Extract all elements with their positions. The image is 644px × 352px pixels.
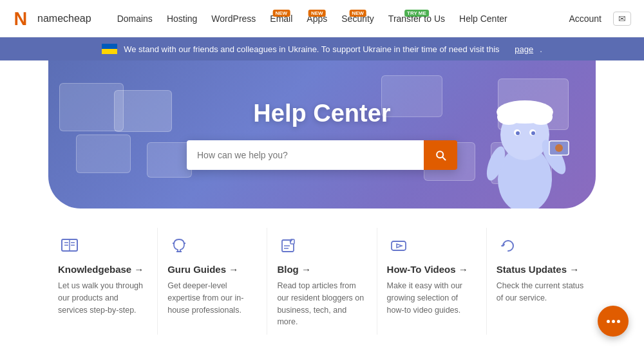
svg-point-4 xyxy=(497,109,520,125)
guru-guides-title: Guru Guides → xyxy=(167,264,257,275)
search-button[interactable] xyxy=(424,140,457,170)
deco-screen-3 xyxy=(114,90,172,132)
gg-icon-svg xyxy=(170,237,188,255)
yeti-svg xyxy=(480,80,570,208)
nav-item-email[interactable]: NEW Email xyxy=(263,10,299,28)
chat-button[interactable] xyxy=(598,306,629,337)
chat-dots xyxy=(607,320,620,323)
su-icon-svg xyxy=(499,237,517,255)
nav-right: Account ✉ xyxy=(562,10,631,28)
nav-label-helpcenter: Help Center xyxy=(459,14,507,24)
deco-screen-4 xyxy=(147,142,192,178)
email-badge: NEW xyxy=(272,10,290,17)
nav-item-transfer[interactable]: TRY ME Transfer to Us xyxy=(382,10,451,28)
yeti-character xyxy=(480,80,570,208)
svg-marker-28 xyxy=(397,244,402,248)
ukraine-banner-link[interactable]: page xyxy=(515,44,533,54)
chat-dot-1 xyxy=(607,320,610,323)
ukraine-flag-icon xyxy=(102,44,117,54)
guru-guides-icon xyxy=(167,234,191,257)
hero-content: Help Center xyxy=(187,100,457,170)
transfer-badge: TRY ME xyxy=(404,10,429,17)
bl-icon-svg xyxy=(279,237,298,255)
chat-dot-2 xyxy=(612,320,615,323)
svg-rect-27 xyxy=(392,241,406,250)
how-to-videos-desc: Make it easy with our growing selection … xyxy=(387,280,477,316)
nav-item-security[interactable]: NEW Security xyxy=(335,10,381,28)
knowledgebase-desc: Let us walk you through our products and… xyxy=(58,280,147,316)
feature-guru-guides[interactable]: Guru Guides → Get deeper-level expertise… xyxy=(158,228,267,335)
nav-item-hosting[interactable]: Hosting xyxy=(160,10,204,28)
search-input[interactable] xyxy=(187,140,424,170)
svg-text:N: N xyxy=(14,8,28,29)
svg-point-5 xyxy=(529,109,553,125)
svg-point-8 xyxy=(516,131,520,135)
hero-title: Help Center xyxy=(187,100,457,127)
nav-item-wordpress[interactable]: WordPress xyxy=(205,10,262,28)
svg-point-13 xyxy=(555,144,563,152)
nav-label-wordpress: WordPress xyxy=(211,14,256,24)
nav-item-helpcenter[interactable]: Help Center xyxy=(453,10,514,28)
deco-screen-2 xyxy=(76,134,131,173)
header: N namecheap Domains Hosting WordPress NE… xyxy=(0,0,644,37)
features-section: Knowledgebase → Let us walk you through … xyxy=(0,208,644,352)
logo-text: namecheap xyxy=(37,13,91,24)
knowledgebase-title: Knowledgebase → xyxy=(58,264,147,275)
feature-status-updates[interactable]: Status Updates → Check the current statu… xyxy=(487,228,596,335)
kb-icon-svg xyxy=(61,237,79,255)
apps-badge: NEW xyxy=(308,10,326,17)
nav-label-domains: Domains xyxy=(117,14,153,24)
namecheap-logo-icon: N xyxy=(13,8,33,29)
how-to-videos-icon xyxy=(387,234,410,257)
main-nav: Domains Hosting WordPress NEW Email NEW … xyxy=(111,10,563,28)
security-badge: NEW xyxy=(349,10,366,17)
hv-icon-svg xyxy=(390,237,408,255)
ukraine-banner-text: We stand with our friends and colleagues… xyxy=(124,44,499,54)
search-icon xyxy=(434,149,447,162)
account-button[interactable]: Account xyxy=(562,10,608,28)
chat-dot-3 xyxy=(617,320,620,323)
how-to-videos-title: How-To Videos → xyxy=(387,264,477,275)
ukraine-banner: We stand with our friends and colleagues… xyxy=(0,37,644,60)
blog-desc: Read top articles from our resident blog… xyxy=(277,280,366,328)
feature-how-to-videos[interactable]: How-To Videos → Make it easy with our gr… xyxy=(377,228,487,335)
nav-item-domains[interactable]: Domains xyxy=(111,10,159,28)
status-updates-desc: Check the current status of our service. xyxy=(497,280,586,304)
search-bar xyxy=(187,140,457,170)
nav-label-hosting: Hosting xyxy=(167,14,197,24)
hero-section: Help Center xyxy=(48,60,596,208)
nav-item-apps[interactable]: NEW Apps xyxy=(300,10,334,28)
feature-knowledgebase[interactable]: Knowledgebase → Let us walk you through … xyxy=(48,228,158,335)
blog-title: Blog → xyxy=(277,264,366,275)
knowledgebase-icon xyxy=(58,234,81,257)
svg-point-9 xyxy=(531,131,535,135)
logo[interactable]: N namecheap xyxy=(13,8,91,29)
blog-icon xyxy=(277,234,300,257)
guru-guides-desc: Get deeper-level expertise from our in-h… xyxy=(167,280,257,316)
mail-icon[interactable]: ✉ xyxy=(613,12,631,26)
status-updates-title: Status Updates → xyxy=(497,264,586,275)
status-updates-icon xyxy=(497,234,520,257)
feature-blog[interactable]: Blog → Read top articles from our reside… xyxy=(267,228,377,335)
